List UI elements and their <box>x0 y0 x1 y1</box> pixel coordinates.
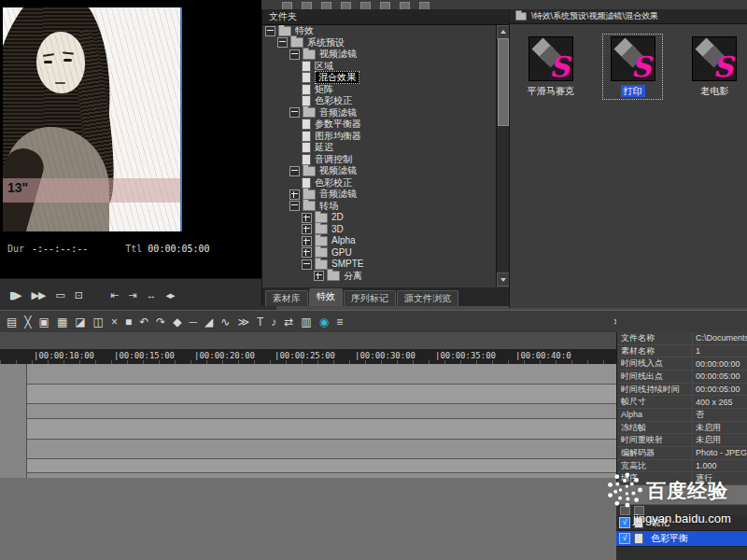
tree-item[interactable]: 特效 <box>262 25 497 37</box>
go-to-in-button[interactable]: ⇤ <box>108 287 120 303</box>
tree-item[interactable]: 音调控制 <box>262 154 497 166</box>
panel-button[interactable] <box>620 506 630 515</box>
scroll-thumb[interactable] <box>498 38 509 126</box>
tree-item[interactable]: 图形均衡器 <box>262 131 497 143</box>
collapse-icon[interactable] <box>289 201 300 211</box>
sync-icon[interactable]: ⇄ <box>284 313 293 331</box>
collapse-icon[interactable] <box>302 259 312 270</box>
fade-icon[interactable]: ◢ <box>204 313 213 331</box>
tree-item[interactable]: 色彩校正 <box>262 95 497 107</box>
title-icon[interactable]: T <box>257 313 263 331</box>
go-to-out-button[interactable]: ⇥ <box>126 287 137 303</box>
tree-item[interactable]: 系统预设 <box>262 37 497 49</box>
panel-button[interactable] <box>634 506 644 515</box>
checkbox-checked[interactable]: √ <box>619 533 630 544</box>
jog-button[interactable]: ◂▸ <box>164 287 176 303</box>
tree-item[interactable]: 色彩校正 <box>262 177 497 189</box>
timeline-track[interactable] <box>0 440 616 459</box>
applied-effect-row[interactable]: √ 锐化 <box>616 515 747 531</box>
tree-item[interactable]: 矩阵 <box>262 84 497 96</box>
tab-sequence-markers[interactable]: 序列标记 <box>344 290 396 306</box>
tree-item-label: 系统预设 <box>307 37 345 49</box>
timeline-track[interactable] <box>0 419 616 440</box>
property-label: Alpha <box>617 409 693 421</box>
waveform-icon[interactable]: ∿ <box>220 313 230 331</box>
insert-clip-icon[interactable]: ◪ <box>75 313 85 331</box>
collapse-icon[interactable] <box>289 49 300 60</box>
timeline-track[interactable] <box>0 404 616 419</box>
list-icon[interactable]: ≡ <box>336 313 343 331</box>
trim-icon[interactable]: ─ <box>190 313 198 331</box>
collapse-icon[interactable] <box>277 37 288 48</box>
play-button[interactable]: ▮▶ <box>7 287 23 303</box>
expand-icon[interactable] <box>289 189 300 200</box>
overwrite-clip-icon[interactable]: ◫ <box>93 313 104 331</box>
effect-card[interactable]: S 老电影 <box>684 35 744 99</box>
collapse-icon[interactable] <box>265 26 275 36</box>
tree-item[interactable]: 延迟 <box>262 142 497 154</box>
tree-item[interactable]: 2D <box>262 212 497 224</box>
display-mode-button[interactable]: ▭ <box>53 287 65 303</box>
timeline-ruler[interactable]: |00:00:10:00 |00:00:15:00 |00:00:20:00 |… <box>0 349 616 364</box>
timeline-empty-area[interactable] <box>0 478 616 560</box>
expand-icon[interactable] <box>302 236 312 246</box>
effect-card-selected[interactable]: S 打印 <box>603 35 663 99</box>
cropped-toolbar-icon <box>419 2 430 9</box>
timeline-track[interactable] <box>0 364 616 385</box>
undo-icon[interactable]: ↶ <box>139 313 148 331</box>
redo-icon[interactable]: ↷ <box>156 313 165 331</box>
bin-tab-bar: 素材库 特效 序列标记 源文件浏览 <box>262 287 510 306</box>
tree-item-selected[interactable]: 混合效果 <box>262 72 497 84</box>
tree-item[interactable]: 转场 <box>262 201 497 213</box>
copy-icon[interactable]: ▣ <box>39 313 49 331</box>
applied-effect-row-selected[interactable]: √ 色彩平衡 <box>616 531 747 547</box>
speed-icon[interactable]: ≫ <box>237 313 249 331</box>
expand-icon[interactable] <box>302 213 312 223</box>
tree-item[interactable]: 音频滤镜 <box>262 107 497 119</box>
tree-item[interactable]: 3D <box>262 224 497 236</box>
audio-icon[interactable]: ♪ <box>271 313 276 331</box>
tree-item[interactable]: SMPTE <box>262 259 497 271</box>
preview-monitor: 13" Dur -:--:--:-- Ttl 00:00:05:00 <box>0 0 261 278</box>
track-header-column[interactable] <box>0 364 27 478</box>
delete-icon[interactable]: × <box>111 313 118 331</box>
tab-effects[interactable]: 特效 <box>309 288 343 306</box>
tab-material-library[interactable]: 素材库 <box>265 290 308 306</box>
play-in-out-button[interactable]: ↔ <box>145 287 158 303</box>
expand-icon[interactable] <box>302 224 312 234</box>
ripple-delete-icon[interactable]: ■ <box>125 313 132 331</box>
tree-item[interactable]: 区域 <box>262 61 497 73</box>
cut-icon[interactable]: ╳ <box>24 313 31 331</box>
collapse-icon[interactable] <box>289 166 300 176</box>
tab-source-browser[interactable]: 源文件浏览 <box>397 290 458 306</box>
expand-icon[interactable] <box>302 247 312 258</box>
tree-item[interactable]: 分离 <box>262 271 497 283</box>
grid-icon[interactable]: ▥ <box>301 313 311 331</box>
set-marker-icon[interactable]: ◆ <box>173 313 181 331</box>
save-icon[interactable]: ▤ <box>7 313 17 331</box>
effect-logo: S <box>631 50 652 81</box>
timeline-track[interactable] <box>0 385 616 404</box>
paste-icon[interactable]: ▦ <box>57 313 67 331</box>
cropped-toolbar-icon <box>282 2 292 9</box>
tree-scrollbar[interactable] <box>496 25 510 287</box>
fast-forward-button[interactable]: ▶▶ <box>30 287 48 303</box>
tree-item[interactable]: 参数平衡器 <box>262 119 497 131</box>
color-band <box>3 178 180 203</box>
timeline-track[interactable] <box>0 459 616 473</box>
collapse-icon[interactable] <box>289 107 300 118</box>
ruler-label: |00:00:15:00 <box>114 351 175 360</box>
folder-icon <box>303 107 316 118</box>
tree-item[interactable]: Alpha <box>262 235 497 247</box>
checkbox-checked[interactable]: √ <box>619 517 630 528</box>
tree-item[interactable]: GPU <box>262 247 497 259</box>
tree-item[interactable]: 视频滤镜 <box>262 165 497 177</box>
loop-button[interactable]: ⊡ <box>73 287 84 303</box>
tree-item[interactable]: 视频滤镜 <box>262 49 497 61</box>
record-icon[interactable]: ◉ <box>319 313 329 331</box>
tree-item[interactable]: 音频滤镜 <box>262 189 497 201</box>
effect-card[interactable]: S 平滑马赛克 <box>521 35 581 99</box>
property-value: Photo - JPEG <box>693 448 747 457</box>
folder-icon <box>315 224 328 234</box>
expand-icon[interactable] <box>314 271 324 281</box>
